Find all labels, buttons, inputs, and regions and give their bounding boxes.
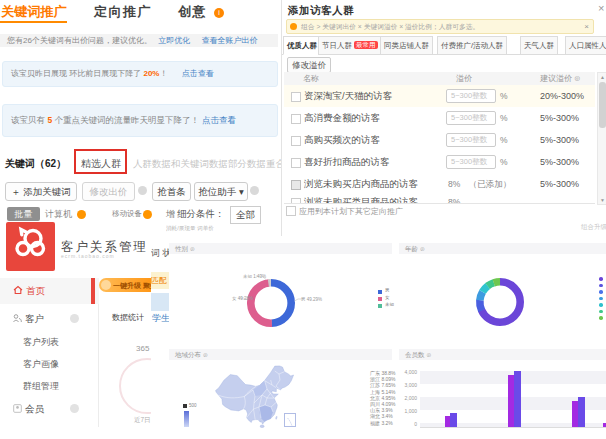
- svg-text:男 49.29%: 男 49.29%: [301, 297, 322, 302]
- svg-text:未知 1.43%: 未知 1.43%: [243, 274, 266, 279]
- svg-text:女 49.28%: 女 49.28%: [232, 296, 253, 301]
